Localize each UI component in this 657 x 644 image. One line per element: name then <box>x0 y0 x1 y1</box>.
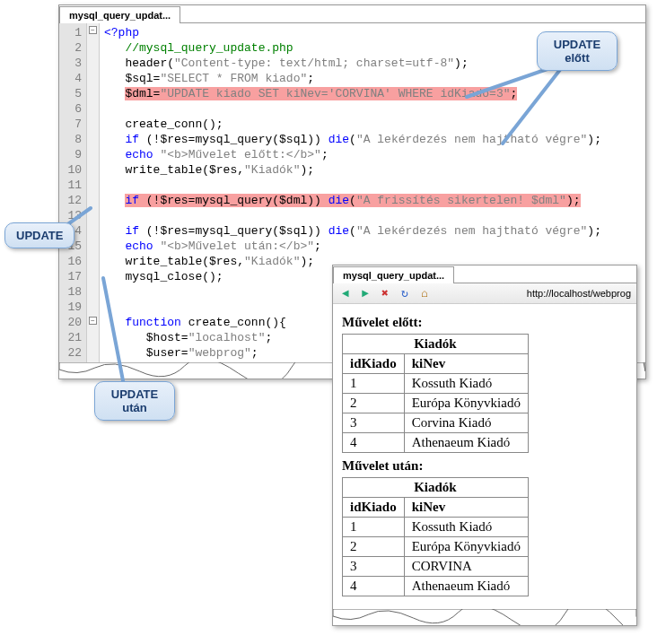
code-line[interactable]: create_conn(); <box>104 117 641 132</box>
callout-text: előtt <box>548 51 606 65</box>
code-line[interactable]: if (!$res=mysql_query($sql)) die("A leké… <box>104 223 641 239</box>
line-number: 10 <box>64 162 82 178</box>
line-number: 11 <box>64 178 82 193</box>
callout-text: UPDATE <box>106 387 163 401</box>
cell-id: 4 <box>343 433 405 453</box>
cell-name: Kossuth Kiadó <box>404 518 528 537</box>
cell-name: Athenaeum Kiadó <box>404 433 528 453</box>
table-row: 3Corvina Kiadó <box>343 413 529 433</box>
callout-after: UPDATE után <box>94 381 175 421</box>
table-row: 2Európa Könyvkiadó <box>343 394 529 413</box>
cell-name: Kossuth Kiadó <box>404 374 528 394</box>
cell-id: 4 <box>343 577 405 596</box>
cell-name: Corvina Kiadó <box>404 413 528 433</box>
url-bar[interactable]: http://localhost/webprog <box>527 288 631 299</box>
cell-name: Athenaeum Kiadó <box>404 577 528 596</box>
callout-text: UPDATE <box>548 38 606 51</box>
editor-tab[interactable]: mysql_query_updat... <box>59 6 180 23</box>
code-line[interactable]: $sql="SELECT * FROM kiado"; <box>104 71 641 86</box>
table-row: 3CORVINA <box>343 557 529 577</box>
line-number: 5 <box>64 86 82 101</box>
table-row: 1Kossuth Kiadó <box>343 518 529 537</box>
code-line[interactable]: if (!$res=mysql_query($dml)) die("A fris… <box>104 193 641 208</box>
fold-minus-icon[interactable]: − <box>89 317 97 325</box>
line-number: 9 <box>64 147 82 162</box>
code-line[interactable]: if (!$res=mysql_query($sql)) die("A leké… <box>104 132 641 147</box>
table-row: 1Kossuth Kiadó <box>343 374 529 394</box>
browser-body: Művelet előtt: Kiadók idKiado kiNev 1Kos… <box>333 304 636 609</box>
cell-id: 3 <box>343 557 405 577</box>
torn-edge <box>333 609 636 625</box>
line-number: 3 <box>64 56 82 71</box>
forward-icon[interactable]: ► <box>358 286 372 300</box>
col-id: idKiado <box>343 498 405 518</box>
fold-minus-icon[interactable]: − <box>89 26 97 34</box>
col-name: kiNev <box>404 498 528 518</box>
code-line[interactable]: echo "<b>Művelet után:</b>"; <box>104 239 641 254</box>
line-number: 18 <box>64 284 82 300</box>
line-number: 13 <box>64 208 82 223</box>
code-line[interactable]: echo "<b>Művelet előtt:</b>"; <box>104 147 641 162</box>
line-number: 17 <box>64 269 82 284</box>
line-number: 2 <box>64 40 82 56</box>
line-gutter: 12345678910111213141516171819202122 <box>59 23 87 362</box>
table-row: 4Athenaeum Kiadó <box>343 577 529 596</box>
cell-id: 1 <box>343 518 405 537</box>
callout-text: után <box>106 401 163 414</box>
line-number: 4 <box>64 71 82 86</box>
section-title-after: Művelet után: <box>342 458 627 474</box>
callout-update: UPDATE <box>4 222 74 248</box>
line-number: 21 <box>64 330 82 345</box>
code-line[interactable] <box>104 101 641 117</box>
line-number: 16 <box>64 254 82 269</box>
callout-text: UPDATE <box>16 229 63 242</box>
reload-icon[interactable]: ↻ <box>398 286 412 300</box>
table-caption: Kiadók <box>343 478 529 498</box>
line-number: 1 <box>64 25 82 40</box>
col-id: idKiado <box>343 354 405 374</box>
cell-id: 3 <box>343 413 405 433</box>
cell-id: 1 <box>343 374 405 394</box>
code-line[interactable] <box>104 208 641 223</box>
code-line[interactable] <box>104 178 641 193</box>
code-line[interactable]: write_table($res,"Kiadók"); <box>104 162 641 178</box>
table-after: Kiadók idKiado kiNev 1Kossuth Kiadó2Euró… <box>342 477 529 596</box>
table-row: 2Európa Könyvkiadó <box>343 537 529 557</box>
code-line[interactable]: $dml="UPDATE kiado SET kiNev='CORVINA' W… <box>104 86 641 101</box>
table-before: Kiadók idKiado kiNev 1Kossuth Kiadó2Euró… <box>342 334 529 453</box>
line-number: 12 <box>64 193 82 208</box>
cell-name: Európa Könyvkiadó <box>404 537 528 557</box>
cell-name: Európa Könyvkiadó <box>404 394 528 413</box>
cell-id: 2 <box>343 537 405 557</box>
back-icon[interactable]: ◄ <box>338 286 353 300</box>
browser-tab[interactable]: mysql_query_updat... <box>333 266 454 283</box>
browser-toolbar: ◄ ► ✖ ↻ ⌂ http://localhost/webprog <box>333 283 636 304</box>
table-caption: Kiadók <box>343 335 529 354</box>
section-title-before: Művelet előtt: <box>342 315 627 330</box>
line-number: 20 <box>64 315 82 330</box>
stop-icon[interactable]: ✖ <box>378 286 392 300</box>
line-number: 6 <box>64 101 82 117</box>
fold-column: − − <box>87 23 100 362</box>
callout-before: UPDATE előtt <box>537 31 618 71</box>
col-name: kiNev <box>404 354 528 374</box>
line-number: 22 <box>64 345 82 361</box>
browser-window: mysql_query_updat... ◄ ► ✖ ↻ ⌂ http://lo… <box>332 265 637 626</box>
line-number: 19 <box>64 300 82 315</box>
cell-name: CORVINA <box>404 557 528 577</box>
table-row: 4Athenaeum Kiadó <box>343 433 529 453</box>
line-number: 8 <box>64 132 82 147</box>
line-number: 7 <box>64 117 82 132</box>
cell-id: 2 <box>343 394 405 413</box>
home-icon[interactable]: ⌂ <box>417 286 432 300</box>
